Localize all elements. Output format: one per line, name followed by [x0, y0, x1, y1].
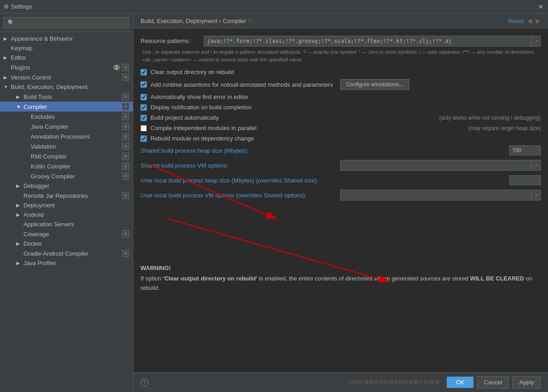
sidebar-item-label: Kotlin Compiler — [31, 163, 120, 170]
ok-button[interactable]: OK — [447, 377, 473, 388]
expand-icon[interactable]: ↗ — [531, 37, 540, 46]
user-vm-options-input[interactable] — [341, 190, 531, 200]
panel-footer: ? CSDN @深圳市有德若科技有限公司/欣瑞 OK Cancel Apply — [133, 372, 548, 392]
breadcrumb-icon: ☷ — [248, 18, 253, 24]
sidebar-item-excludes[interactable]: Excludes ⚙ — [0, 112, 133, 121]
settings-icon: ⚙ — [122, 163, 129, 170]
arrow-icon — [4, 46, 9, 51]
user-vm-options-label: User-local build process VM options (ove… — [141, 192, 340, 199]
sidebar-item-annotation-processors[interactable]: Annotation Processors ⚙ — [0, 131, 133, 141]
settings-icon: ⚙ — [122, 123, 129, 130]
arrow-icon — [23, 144, 29, 149]
sidebar-item-label: Plugins — [11, 64, 111, 71]
settings-icon: ⚙ — [122, 93, 129, 100]
arrow-icon — [23, 124, 29, 129]
sidebar-item-rmi-compiler[interactable]: RMI Compiler ⚙ — [0, 151, 133, 161]
vm-options-input[interactable] — [341, 160, 531, 170]
sidebar-item-editor[interactable]: ▶ Editor — [0, 53, 133, 62]
sidebar-item-gradle-android[interactable]: Gradle-Android Compiler ⚙ — [0, 248, 133, 258]
close-button[interactable]: ✕ — [537, 3, 544, 10]
sidebar-item-label: Appearance & Behavior — [11, 35, 129, 42]
sidebar-item-android[interactable]: ▶ Android — [0, 210, 133, 219]
sidebar-item-plugins[interactable]: Plugins 2 ⚙ — [0, 62, 133, 72]
back-button[interactable]: ◀ — [527, 17, 532, 24]
vm-options-input-wrap: ↗ — [340, 160, 541, 171]
clear-output-label: Clear output directory on rebuild — [150, 69, 234, 75]
heap-size-input[interactable] — [509, 145, 541, 155]
warning-box: WARNING! If option 'Clear output directo… — [141, 259, 541, 299]
compile-parallel-note: (may require larger heap size) — [459, 125, 541, 131]
display-notification-checkbox[interactable] — [141, 104, 147, 111]
csdn-watermark: CSDN @深圳市有德若科技有限公司/欣瑞 — [348, 379, 440, 386]
sidebar-item-application-servers[interactable]: Application Servers — [0, 219, 133, 229]
sidebar-item-java-compiler[interactable]: Java Compiler ⚙ — [0, 121, 133, 131]
sidebar-item-appearance[interactable]: ▶ Appearance & Behavior — [0, 34, 133, 43]
search-input[interactable] — [4, 17, 129, 28]
clear-output-checkbox[interactable] — [141, 69, 147, 75]
sidebar-item-label: Gradle-Android Compiler — [23, 250, 120, 257]
sidebar-item-build-tools[interactable]: ▶ Build Tools ⚙ — [0, 92, 133, 102]
sidebar-item-groovy-compiler[interactable]: Groovy Compiler ⚙ — [0, 171, 133, 181]
sidebar-item-docker[interactable]: ▶ Docker — [0, 239, 133, 248]
arrow-icon: ▶ — [16, 241, 22, 246]
sidebar-item-build-execution[interactable]: ▼ Build, Execution, Deployment — [0, 82, 133, 92]
arrow-icon — [4, 65, 9, 70]
sidebar-item-debugger[interactable]: ▶ Debugger — [0, 181, 133, 191]
breadcrumb-sep: › — [219, 18, 221, 24]
window-title: Settings — [11, 3, 32, 10]
sidebar-item-version-control[interactable]: ▶ Version Control ⚙ — [0, 72, 133, 82]
rebuild-module-checkbox[interactable] — [141, 135, 147, 142]
user-heap-size-input[interactable] — [509, 175, 541, 185]
sidebar-item-label: Android — [23, 211, 129, 218]
sidebar-item-kotlin-compiler[interactable]: Kotlin Compiler ⚙ — [0, 161, 133, 171]
arrow-icon: ▼ — [4, 84, 9, 89]
resource-patterns-input-wrap: ↗ — [204, 36, 541, 47]
arrow-icon: ▶ — [16, 203, 22, 208]
arrow-icon: ▶ — [4, 36, 9, 41]
auto-show-error-checkbox[interactable] — [141, 94, 147, 100]
sidebar-item-label: Annotation Processors — [31, 133, 120, 140]
apply-button[interactable]: Apply — [512, 376, 541, 388]
compile-parallel-label: Compile independent modules in parallel — [150, 125, 257, 131]
build-auto-checkbox[interactable] — [141, 115, 147, 121]
vm-options-row: Shared build process VM options: ↗ — [141, 160, 541, 171]
sidebar-item-compiler[interactable]: ▼ Compiler ⚙ — [0, 102, 133, 112]
help-icon[interactable]: ? — [141, 378, 149, 387]
panel-actions: Reset ◀ ▶ — [508, 17, 541, 24]
reset-button[interactable]: Reset — [508, 18, 524, 24]
expand-user-vm-icon[interactable]: ↗ — [531, 191, 540, 200]
user-vm-options-row: User-local build process VM options (ove… — [141, 190, 541, 201]
sidebar-item-validation[interactable]: Validation ⚙ — [0, 141, 133, 151]
settings-icon: ⚙ — [122, 153, 129, 160]
configure-annotations-button[interactable]: Configure annotations... — [340, 79, 409, 90]
search-box — [0, 14, 133, 32]
arrow-icon — [16, 251, 22, 256]
arrows-area — [141, 205, 541, 250]
sidebar-item-keymap[interactable]: Keymap — [0, 43, 133, 53]
sidebar-item-java-profiler[interactable]: ▶ Java Profiler — [0, 258, 133, 268]
arrow-icon — [23, 114, 29, 119]
sidebar-item-label: Deployment — [23, 202, 129, 209]
settings-icon: ⚙ — [122, 192, 129, 199]
arrow-icon — [16, 193, 22, 198]
settings-icon: ⚙ — [122, 173, 129, 180]
settings-icon: ⚙ — [122, 74, 129, 81]
add-runtime-checkbox[interactable] — [141, 81, 147, 88]
sidebar-item-deployment[interactable]: ▶ Deployment — [0, 201, 133, 210]
sidebar-item-label: Java Profiler — [23, 260, 129, 266]
cancel-button[interactable]: Cancel — [477, 376, 509, 388]
arrow-icon — [16, 222, 22, 227]
checkbox-rebuild-module: Rebuild module on dependency change — [141, 135, 541, 142]
settings-icon: ⚙ — [122, 250, 129, 257]
arrow-icon — [23, 174, 29, 179]
settings-icon: ⚙ — [122, 143, 129, 150]
compile-parallel-checkbox[interactable] — [141, 125, 147, 131]
expand-vm-icon[interactable]: ↗ — [531, 161, 540, 170]
sidebar-item-remote-jar[interactable]: Remote Jar Repositories ⚙ — [0, 191, 133, 201]
arrow-icon: ▶ — [16, 183, 22, 188]
resource-patterns-row: Resource patterns: ↗ — [141, 36, 541, 47]
sidebar-item-coverage[interactable]: Coverage ⚙ — [0, 229, 133, 239]
forward-button[interactable]: ▶ — [536, 17, 541, 24]
build-auto-label: Build project automatically — [150, 114, 219, 121]
resource-patterns-input[interactable] — [204, 36, 531, 46]
